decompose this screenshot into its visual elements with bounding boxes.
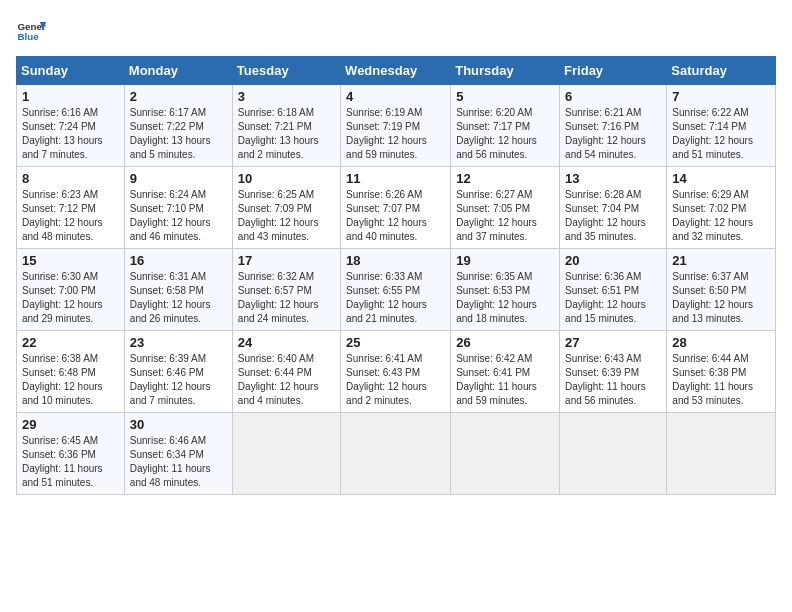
calendar-cell: 3 Sunrise: 6:18 AMSunset: 7:21 PMDayligh… [232,85,340,167]
calendar-cell: 24 Sunrise: 6:40 AMSunset: 6:44 PMDaylig… [232,331,340,413]
logo: General Blue [16,16,46,46]
calendar-cell: 26 Sunrise: 6:42 AMSunset: 6:41 PMDaylig… [451,331,560,413]
day-info: Sunrise: 6:27 AMSunset: 7:05 PMDaylight:… [456,189,537,242]
calendar-cell: 13 Sunrise: 6:28 AMSunset: 7:04 PMDaylig… [560,167,667,249]
calendar-cell [667,413,776,495]
calendar-cell: 21 Sunrise: 6:37 AMSunset: 6:50 PMDaylig… [667,249,776,331]
day-info: Sunrise: 6:30 AMSunset: 7:00 PMDaylight:… [22,271,103,324]
calendar-cell: 30 Sunrise: 6:46 AMSunset: 6:34 PMDaylig… [124,413,232,495]
calendar-week-row: 15 Sunrise: 6:30 AMSunset: 7:00 PMDaylig… [17,249,776,331]
calendar-cell: 19 Sunrise: 6:35 AMSunset: 6:53 PMDaylig… [451,249,560,331]
day-number: 14 [672,171,770,186]
day-number: 29 [22,417,119,432]
day-info: Sunrise: 6:23 AMSunset: 7:12 PMDaylight:… [22,189,103,242]
day-number: 18 [346,253,445,268]
calendar-cell: 2 Sunrise: 6:17 AMSunset: 7:22 PMDayligh… [124,85,232,167]
calendar-cell: 20 Sunrise: 6:36 AMSunset: 6:51 PMDaylig… [560,249,667,331]
weekday-header-friday: Friday [560,57,667,85]
day-info: Sunrise: 6:19 AMSunset: 7:19 PMDaylight:… [346,107,427,160]
day-info: Sunrise: 6:39 AMSunset: 6:46 PMDaylight:… [130,353,211,406]
day-info: Sunrise: 6:36 AMSunset: 6:51 PMDaylight:… [565,271,646,324]
calendar-cell [341,413,451,495]
day-info: Sunrise: 6:38 AMSunset: 6:48 PMDaylight:… [22,353,103,406]
day-info: Sunrise: 6:31 AMSunset: 6:58 PMDaylight:… [130,271,211,324]
day-number: 2 [130,89,227,104]
page-header: General Blue [16,16,776,46]
day-info: Sunrise: 6:17 AMSunset: 7:22 PMDaylight:… [130,107,211,160]
day-info: Sunrise: 6:28 AMSunset: 7:04 PMDaylight:… [565,189,646,242]
day-number: 27 [565,335,661,350]
weekday-header-sunday: Sunday [17,57,125,85]
day-number: 12 [456,171,554,186]
calendar-week-row: 29 Sunrise: 6:45 AMSunset: 6:36 PMDaylig… [17,413,776,495]
calendar-cell: 6 Sunrise: 6:21 AMSunset: 7:16 PMDayligh… [560,85,667,167]
day-number: 19 [456,253,554,268]
day-info: Sunrise: 6:32 AMSunset: 6:57 PMDaylight:… [238,271,319,324]
weekday-header-thursday: Thursday [451,57,560,85]
day-number: 17 [238,253,335,268]
day-info: Sunrise: 6:22 AMSunset: 7:14 PMDaylight:… [672,107,753,160]
calendar-cell: 22 Sunrise: 6:38 AMSunset: 6:48 PMDaylig… [17,331,125,413]
calendar-cell: 11 Sunrise: 6:26 AMSunset: 7:07 PMDaylig… [341,167,451,249]
day-number: 13 [565,171,661,186]
day-number: 3 [238,89,335,104]
svg-text:Blue: Blue [18,31,40,42]
calendar-cell: 23 Sunrise: 6:39 AMSunset: 6:46 PMDaylig… [124,331,232,413]
day-info: Sunrise: 6:25 AMSunset: 7:09 PMDaylight:… [238,189,319,242]
day-info: Sunrise: 6:42 AMSunset: 6:41 PMDaylight:… [456,353,537,406]
day-info: Sunrise: 6:33 AMSunset: 6:55 PMDaylight:… [346,271,427,324]
day-info: Sunrise: 6:16 AMSunset: 7:24 PMDaylight:… [22,107,103,160]
day-number: 22 [22,335,119,350]
day-number: 24 [238,335,335,350]
day-number: 10 [238,171,335,186]
day-number: 30 [130,417,227,432]
calendar-cell: 29 Sunrise: 6:45 AMSunset: 6:36 PMDaylig… [17,413,125,495]
day-info: Sunrise: 6:45 AMSunset: 6:36 PMDaylight:… [22,435,103,488]
calendar-week-row: 8 Sunrise: 6:23 AMSunset: 7:12 PMDayligh… [17,167,776,249]
day-number: 8 [22,171,119,186]
day-number: 9 [130,171,227,186]
day-number: 1 [22,89,119,104]
day-number: 25 [346,335,445,350]
day-info: Sunrise: 6:41 AMSunset: 6:43 PMDaylight:… [346,353,427,406]
day-number: 26 [456,335,554,350]
calendar-table: SundayMondayTuesdayWednesdayThursdayFrid… [16,56,776,495]
calendar-cell: 10 Sunrise: 6:25 AMSunset: 7:09 PMDaylig… [232,167,340,249]
day-info: Sunrise: 6:18 AMSunset: 7:21 PMDaylight:… [238,107,319,160]
calendar-cell: 7 Sunrise: 6:22 AMSunset: 7:14 PMDayligh… [667,85,776,167]
day-number: 15 [22,253,119,268]
calendar-cell: 15 Sunrise: 6:30 AMSunset: 7:00 PMDaylig… [17,249,125,331]
day-info: Sunrise: 6:20 AMSunset: 7:17 PMDaylight:… [456,107,537,160]
day-info: Sunrise: 6:21 AMSunset: 7:16 PMDaylight:… [565,107,646,160]
calendar-cell: 8 Sunrise: 6:23 AMSunset: 7:12 PMDayligh… [17,167,125,249]
weekday-header-saturday: Saturday [667,57,776,85]
calendar-week-row: 1 Sunrise: 6:16 AMSunset: 7:24 PMDayligh… [17,85,776,167]
calendar-week-row: 22 Sunrise: 6:38 AMSunset: 6:48 PMDaylig… [17,331,776,413]
calendar-cell: 28 Sunrise: 6:44 AMSunset: 6:38 PMDaylig… [667,331,776,413]
weekday-header-wednesday: Wednesday [341,57,451,85]
calendar-cell: 27 Sunrise: 6:43 AMSunset: 6:39 PMDaylig… [560,331,667,413]
day-info: Sunrise: 6:29 AMSunset: 7:02 PMDaylight:… [672,189,753,242]
calendar-cell [560,413,667,495]
calendar-cell: 16 Sunrise: 6:31 AMSunset: 6:58 PMDaylig… [124,249,232,331]
calendar-cell: 5 Sunrise: 6:20 AMSunset: 7:17 PMDayligh… [451,85,560,167]
calendar-cell: 17 Sunrise: 6:32 AMSunset: 6:57 PMDaylig… [232,249,340,331]
day-number: 4 [346,89,445,104]
day-info: Sunrise: 6:24 AMSunset: 7:10 PMDaylight:… [130,189,211,242]
day-number: 23 [130,335,227,350]
calendar-cell [451,413,560,495]
day-info: Sunrise: 6:37 AMSunset: 6:50 PMDaylight:… [672,271,753,324]
calendar-cell: 25 Sunrise: 6:41 AMSunset: 6:43 PMDaylig… [341,331,451,413]
day-number: 20 [565,253,661,268]
day-number: 6 [565,89,661,104]
day-number: 28 [672,335,770,350]
day-info: Sunrise: 6:35 AMSunset: 6:53 PMDaylight:… [456,271,537,324]
day-number: 7 [672,89,770,104]
calendar-cell: 12 Sunrise: 6:27 AMSunset: 7:05 PMDaylig… [451,167,560,249]
day-number: 16 [130,253,227,268]
day-number: 5 [456,89,554,104]
calendar-cell: 14 Sunrise: 6:29 AMSunset: 7:02 PMDaylig… [667,167,776,249]
day-number: 11 [346,171,445,186]
logo-icon: General Blue [16,16,46,46]
day-info: Sunrise: 6:40 AMSunset: 6:44 PMDaylight:… [238,353,319,406]
